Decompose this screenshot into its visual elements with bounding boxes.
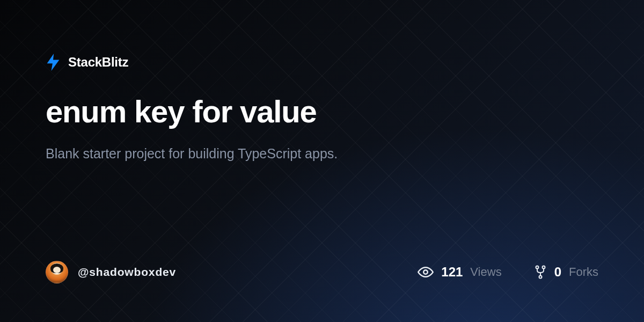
views-stat: 121 Views — [418, 264, 501, 280]
views-count: 121 — [441, 265, 463, 280]
views-label: Views — [470, 265, 501, 279]
brand-name: StackBlitz — [68, 55, 128, 70]
bolt-icon — [46, 54, 61, 71]
card-content: StackBlitz enum key for value Blank star… — [0, 0, 644, 322]
eye-icon — [418, 264, 434, 280]
project-description: Blank starter project for building TypeS… — [46, 144, 598, 163]
brand-row: StackBlitz — [46, 54, 598, 71]
stats-block: 121 Views 0 Forks — [418, 264, 598, 280]
project-title: enum key for value — [46, 93, 598, 129]
forks-count: 0 — [554, 265, 561, 280]
author-block[interactable]: @shadowboxdev — [46, 261, 176, 283]
svg-point-0 — [424, 270, 428, 274]
avatar — [46, 261, 68, 283]
forks-stat: 0 Forks — [534, 265, 598, 280]
forks-label: Forks — [569, 265, 598, 279]
fork-icon — [534, 265, 547, 279]
author-handle: @shadowboxdev — [78, 266, 176, 279]
footer-row: @shadowboxdev 121 Views — [46, 261, 598, 322]
